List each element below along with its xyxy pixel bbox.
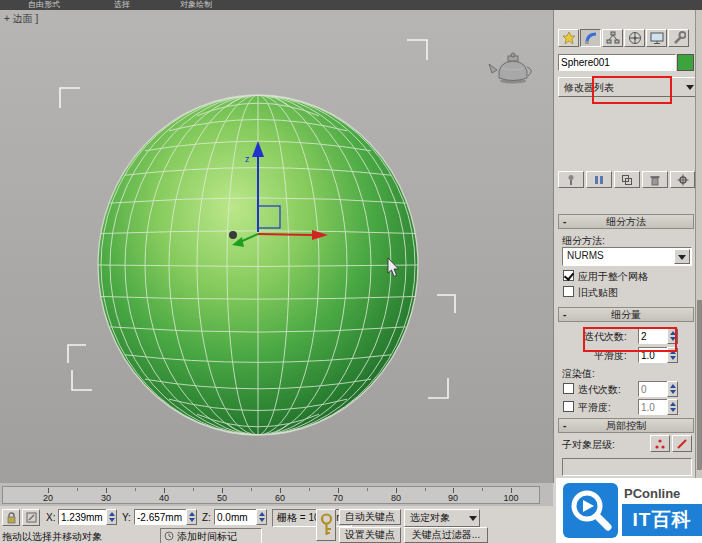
viewport-scene: z [0, 10, 553, 483]
ribbon-tab-object-paint[interactable]: 对象绘制 [180, 0, 212, 10]
selection-lock-button[interactable] [2, 509, 20, 526]
render-smoothness-checkbox[interactable] [563, 401, 574, 412]
set-key-button[interactable]: 设置关键点 [339, 527, 401, 543]
teapot-object [489, 53, 531, 84]
rollout-title: 局部控制 [606, 420, 646, 431]
old-style-mapping-label: 旧式贴图 [578, 286, 618, 300]
subdivision-method-value: NURMS [567, 250, 604, 261]
render-smoothness-field[interactable] [638, 399, 668, 415]
y-coordinate-label: Y: [122, 512, 131, 523]
render-values-label: 渲染值: [562, 367, 595, 381]
tick-label: 80 [384, 493, 408, 503]
hierarchy-tab[interactable] [602, 29, 623, 47]
viewport-label[interactable]: + 边面 ] [4, 12, 38, 26]
collapse-icon: - [563, 215, 566, 228]
tick-label: 40 [152, 493, 176, 503]
watermark-title: IT百科 [622, 504, 702, 536]
tick-label: 20 [36, 493, 60, 503]
annotation-box-modifier-list [592, 76, 672, 104]
ribbon-tab-freeform[interactable]: 自由形式 [28, 0, 60, 10]
watermark-brand: PConline [624, 486, 680, 501]
render-smoothness-label: 平滑度: [578, 401, 611, 415]
collapse-icon: - [563, 308, 566, 321]
pin-stack-button[interactable] [558, 171, 584, 188]
chevron-down-icon [469, 516, 477, 521]
local-control-partial-row [562, 458, 692, 476]
time-tag-field[interactable]: 添加时间标记 [160, 528, 262, 543]
display-tab[interactable] [646, 29, 667, 47]
z-coordinate-label: Z: [202, 512, 211, 523]
time-ruler[interactable]: 20 30 40 50 60 70 80 90 100 [2, 486, 540, 504]
rollout-subdivision-amount[interactable]: - 细分量 [558, 307, 694, 322]
status-bar: X: Y: Z: 栅格 = 10.0mm 自动关键点 选定对象 拖动以选择并移动… [0, 506, 553, 543]
ribbon-tab-select[interactable]: 选择 [114, 0, 130, 10]
show-end-result-button[interactable] [586, 171, 612, 188]
rollout-title: 细分方法 [606, 216, 646, 227]
motion-tab[interactable] [624, 29, 645, 47]
tick-label: 90 [441, 493, 465, 503]
x-spinner[interactable] [106, 509, 117, 525]
ribbon-bar: 自由形式 选择 对象绘制 [0, 0, 702, 10]
3dsmax-window: 自由形式 选择 对象绘制 + 边面 ] [0, 0, 702, 543]
render-iterations-field[interactable] [638, 381, 668, 397]
apply-to-whole-mesh-checkbox[interactable] [563, 270, 574, 281]
x-coordinate-label: X: [46, 512, 55, 523]
subdivision-method-label: 细分方法: [562, 234, 605, 248]
auto-key-button[interactable]: 自动关键点 [339, 509, 401, 525]
object-name-field[interactable] [558, 54, 676, 71]
rollout-title: 细分量 [611, 309, 641, 320]
annotation-box-iterations [583, 327, 677, 352]
absolute-offset-toggle-button[interactable] [22, 509, 40, 526]
render-iterations-checkbox[interactable] [563, 383, 574, 394]
configure-modifier-sets-button[interactable] [670, 171, 695, 188]
chevron-down-icon [678, 255, 686, 260]
render-iterations-label: 迭代次数: [578, 383, 621, 397]
panel-scrollbar[interactable] [695, 10, 702, 483]
selection-set-label: 选定对象 [410, 511, 450, 525]
prompt-text: 拖动以选择并移动对象 [2, 530, 102, 543]
watermark: PConline IT百科 [556, 478, 702, 543]
z-coordinate-field[interactable] [214, 509, 258, 525]
rollout-local-control[interactable]: - 局部控制 [558, 418, 694, 433]
chevron-down-icon [686, 85, 694, 90]
render-iterations-spinner[interactable] [667, 381, 678, 397]
watermark-logo [563, 483, 618, 538]
key-icon [320, 513, 333, 537]
perspective-viewport[interactable]: + 边面 ] [0, 10, 553, 484]
old-style-mapping-checkbox[interactable] [563, 286, 574, 297]
transform-mode-icon [26, 512, 37, 523]
set-key-toggle-button[interactable] [316, 509, 336, 541]
z-spinner[interactable] [256, 509, 267, 525]
scrollbar-thumb[interactable] [697, 300, 702, 470]
edge-subobject-button[interactable] [672, 435, 692, 452]
make-unique-button[interactable] [614, 171, 640, 188]
subdivision-method-select[interactable]: NURMS [562, 247, 692, 266]
tick-label: 30 [94, 493, 118, 503]
object-color-swatch[interactable] [677, 54, 694, 71]
key-filters-button[interactable]: 关键点过滤器... [404, 527, 488, 543]
y-coordinate-field[interactable] [134, 509, 188, 525]
clock-icon [164, 531, 174, 541]
tick-label: 100 [499, 493, 523, 503]
select-arrow-button[interactable] [674, 249, 690, 264]
vertex-subobject-button[interactable] [650, 435, 670, 452]
timeline-bar[interactable]: 20 30 40 50 60 70 80 90 100 [0, 483, 553, 506]
create-tab[interactable] [558, 29, 579, 47]
rollout-subdivision-method[interactable]: - 细分方法 [558, 214, 694, 229]
gizmo-z-label: z [245, 154, 250, 164]
modify-tab[interactable] [580, 29, 601, 47]
tick-label: 50 [210, 493, 234, 503]
apply-to-whole-mesh-label: 应用于整个网格 [578, 270, 648, 284]
time-tag-label: 添加时间标记 [177, 530, 237, 543]
render-smoothness-spinner[interactable] [667, 399, 678, 415]
tick-label: 60 [268, 493, 292, 503]
magnifier-icon [563, 483, 618, 538]
remove-modifier-button[interactable] [642, 171, 668, 188]
y-spinner[interactable] [186, 509, 197, 525]
sub-object-level-label: 子对象层级: [562, 438, 615, 452]
collapse-icon: - [563, 419, 566, 432]
x-coordinate-field[interactable] [58, 509, 108, 525]
utilities-tab[interactable] [668, 29, 689, 47]
selection-set-dropdown[interactable]: 选定对象 [404, 509, 480, 527]
tick-label: 70 [326, 493, 350, 503]
